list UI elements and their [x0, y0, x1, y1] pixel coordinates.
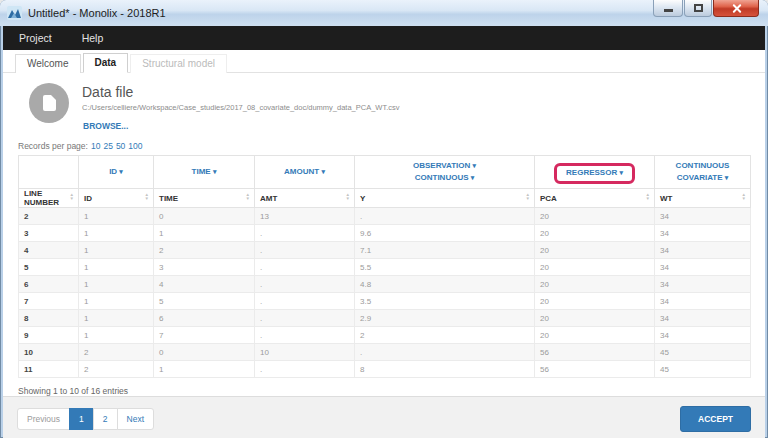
pagination: Previous12Next: [17, 408, 154, 430]
line-number-cell: 11: [19, 361, 79, 378]
data-file-title: Data file: [82, 84, 400, 100]
column-header-id[interactable]: ID▲▼: [79, 189, 154, 208]
menu-project[interactable]: Project: [19, 32, 52, 44]
data-cell: .: [255, 293, 355, 310]
records-option-50[interactable]: 50: [116, 141, 125, 151]
type-selector-regressor[interactable]: REGRESSOR ▾: [566, 167, 623, 179]
sort-icon[interactable]: ▲▼: [346, 193, 350, 201]
line-number-cell: 8: [19, 310, 79, 327]
data-cell: 20: [535, 225, 655, 242]
type-selector-continuous[interactable]: CONTINUOUS ▾: [355, 172, 534, 184]
data-cell: .: [255, 276, 355, 293]
footer-bar: Previous12Next ACCEPT: [3, 396, 765, 438]
line-number-cell: 9: [19, 327, 79, 344]
sort-icon[interactable]: ▲▼: [646, 193, 650, 201]
line-number-cell: 3: [19, 225, 79, 242]
tab-data[interactable]: Data: [83, 53, 129, 73]
close-button[interactable]: [713, 0, 759, 17]
close-icon: [731, 3, 742, 14]
type-selector-cell-2: TIME ▾: [154, 156, 255, 189]
data-cell: 9.6: [355, 225, 535, 242]
data-cell: 5.5: [355, 259, 535, 276]
data-cell: .: [255, 327, 355, 344]
data-cell: 3.5: [355, 293, 535, 310]
browse-button[interactable]: BROWSE...: [83, 121, 128, 131]
table-row[interactable]: 311.9.62034: [19, 225, 751, 242]
maximize-icon: [694, 4, 703, 12]
type-selector-id[interactable]: ID ▾: [79, 166, 153, 178]
type-selector-cell-6: CONTINUOUS COVARIATE ▾: [655, 156, 751, 189]
type-selector-time[interactable]: TIME ▾: [154, 166, 254, 178]
monolix-window: Untitled* - Monolix - 2018R1 Project Hel…: [0, 0, 768, 438]
type-selector-observation[interactable]: OBSERVATION ▾: [355, 160, 534, 172]
column-header-line-number[interactable]: LINE NUMBER▲▼: [19, 189, 79, 208]
records-option-25[interactable]: 25: [103, 141, 112, 151]
data-cell: 1: [79, 293, 154, 310]
pagination-previous[interactable]: Previous: [17, 408, 70, 430]
data-cell: 34: [655, 276, 751, 293]
data-cell: 34: [655, 225, 751, 242]
sort-icon[interactable]: ▲▼: [246, 193, 250, 201]
maximize-button[interactable]: [684, 0, 712, 17]
column-header-wt[interactable]: WT▲▼: [655, 189, 751, 208]
type-selector-continuous[interactable]: CONTINUOUS: [655, 160, 750, 172]
data-cell: 34: [655, 327, 751, 344]
column-header-y[interactable]: Y▲▼: [355, 189, 535, 208]
table-row[interactable]: 715.3.52034: [19, 293, 751, 310]
data-cell: 45: [655, 344, 751, 361]
table-row[interactable]: 917.22034: [19, 327, 751, 344]
chevron-down-icon: ▾: [471, 174, 475, 181]
chevron-down-icon: ▾: [619, 169, 623, 176]
menu-help[interactable]: Help: [82, 32, 104, 44]
type-selector-amount[interactable]: AMOUNT ▾: [255, 166, 354, 178]
sort-down-arrow: ▼: [526, 197, 530, 201]
pagination-2[interactable]: 2: [93, 408, 118, 430]
data-cell: 20: [535, 276, 655, 293]
tab-structural-model[interactable]: Structural model: [130, 54, 227, 73]
pagination-next[interactable]: Next: [117, 408, 154, 430]
title-bar[interactable]: Untitled* - Monolix - 2018R1: [0, 0, 768, 26]
column-header-pca[interactable]: PCA▲▼: [535, 189, 655, 208]
line-number-cell: 6: [19, 276, 79, 293]
table-row[interactable]: 614.4.82034: [19, 276, 751, 293]
accept-button[interactable]: ACCEPT: [680, 406, 751, 432]
line-number-cell: 4: [19, 242, 79, 259]
records-option-100[interactable]: 100: [128, 141, 142, 151]
data-table-wrap: ID ▾TIME ▾AMOUNT ▾OBSERVATION ▾CONTINUOU…: [18, 155, 751, 378]
column-header-time[interactable]: TIME▲▼: [154, 189, 255, 208]
minimize-button[interactable]: [653, 0, 683, 17]
sort-down-arrow: ▼: [742, 197, 746, 201]
data-file-path: C:/Users/celliere/Workspace/Case_studies…: [82, 103, 400, 112]
data-cell: 7.1: [355, 242, 535, 259]
data-cell: 2: [355, 327, 535, 344]
table-row[interactable]: 513.5.52034: [19, 259, 751, 276]
type-selector-cell-1: ID ▾: [79, 156, 154, 189]
table-row[interactable]: 816.2.92034: [19, 310, 751, 327]
sort-icon[interactable]: ▲▼: [526, 193, 530, 201]
type-selector-covariate[interactable]: COVARIATE ▾: [655, 172, 750, 184]
column-header-amt[interactable]: AMT▲▼: [255, 189, 355, 208]
records-per-page-label: Records per page:: [18, 141, 88, 151]
tab-welcome[interactable]: Welcome: [15, 54, 81, 73]
table-row[interactable]: 21013.2034: [19, 208, 751, 225]
sort-icon[interactable]: ▲▼: [145, 193, 149, 201]
data-cell: 2: [79, 361, 154, 378]
data-cell: 34: [655, 242, 751, 259]
line-number-cell: 5: [19, 259, 79, 276]
sort-icon[interactable]: ▲▼: [742, 193, 746, 201]
chevron-down-icon: ▾: [119, 168, 123, 175]
table-row[interactable]: 102010.5645: [19, 344, 751, 361]
data-cell: .: [355, 208, 535, 225]
data-cell: 1: [154, 361, 255, 378]
sort-icon[interactable]: ▲▼: [70, 193, 74, 201]
sort-down-arrow: ▼: [70, 197, 74, 201]
data-cell: 34: [655, 293, 751, 310]
column-type-selector-row: ID ▾TIME ▾AMOUNT ▾OBSERVATION ▾CONTINUOU…: [19, 156, 751, 189]
monolix-app-icon: [7, 6, 22, 20]
records-option-10[interactable]: 10: [91, 141, 100, 151]
table-row[interactable]: 1121.85645: [19, 361, 751, 378]
table-row[interactable]: 412.7.12034: [19, 242, 751, 259]
line-number-cell: 10: [19, 344, 79, 361]
data-cell: 34: [655, 208, 751, 225]
pagination-1[interactable]: 1: [69, 408, 94, 430]
